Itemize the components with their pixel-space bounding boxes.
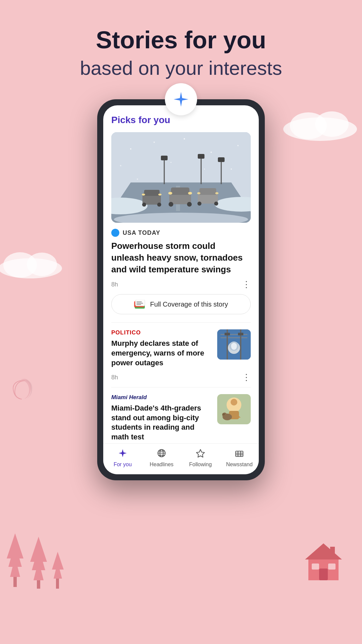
header-section: Stories for you based on your interests [80,0,282,93]
svg-point-56 [154,142,155,143]
svg-marker-93 [196,449,204,457]
phone-mockup: Picks for you [97,99,265,480]
hero-headline: Powerhouse storm could unleash heavy sno… [111,240,251,275]
following-icon [196,448,205,460]
svg-rect-9 [13,577,17,587]
svg-marker-8 [7,533,23,558]
nav-newsstand[interactable]: Newsstand [220,448,259,468]
bg-trees [0,503,70,590]
svg-point-63 [204,169,205,170]
article-row-3[interactable]: Miami Herald Miami-Dade's 4th-graders st… [111,394,251,442]
article-2-content: POLITICO Murphy declares state of emerge… [111,329,213,368]
svg-rect-94 [236,451,243,457]
svg-point-51 [197,202,201,206]
svg-point-87 [222,413,225,415]
svg-point-59 [184,138,185,140]
nav-headlines-label: Headlines [149,462,173,468]
nav-newsstand-label: Newsstand [226,462,252,468]
svg-marker-15 [52,552,64,570]
svg-rect-69 [136,303,143,304]
miami-herald-source: Miami Herald [111,394,213,401]
svg-point-48 [158,194,162,196]
nav-for-you-label: For you [114,462,132,468]
sparkle-icon [172,91,190,108]
google-news-badge [165,83,197,115]
nav-headlines[interactable]: Headlines [142,448,181,468]
svg-point-45 [142,203,146,207]
bg-moon [7,376,34,402]
svg-rect-70 [136,304,141,305]
article-2-headline: Murphy declares state of emergency, warn… [111,339,213,368]
svg-point-83 [231,399,237,406]
app-content: Picks for you [103,105,259,443]
nav-following[interactable]: Following [181,448,220,468]
svg-point-55 [130,148,131,150]
svg-rect-36 [218,157,225,162]
nav-for-you[interactable]: For you [103,448,142,468]
divider-1 [111,322,251,323]
full-coverage-label: Full Coverage of this story [150,301,228,308]
svg-marker-12 [30,537,47,562]
header-title-line1: Stories for you [80,27,282,53]
hero-source-row: USA TODAY [111,229,251,237]
divider-2 [111,387,251,387]
svg-rect-13 [37,580,40,589]
article-2-more[interactable]: ⋮ [242,373,251,382]
article-2-time: 8h [111,374,118,381]
article-3-content: Miami Herald Miami-Dade's 4th-graders st… [111,394,213,442]
svg-point-54 [215,192,219,194]
svg-point-62 [171,162,172,163]
full-coverage-button[interactable]: Full Coverage of this story [111,294,251,314]
nav-following-label: Following [189,462,212,468]
phone-screen: Picks for you [103,105,259,474]
svg-rect-16 [56,579,59,589]
svg-rect-21 [319,569,328,580]
svg-rect-32 [161,156,168,160]
svg-point-42 [188,192,192,195]
svg-rect-19 [312,564,319,570]
svg-point-58 [237,145,239,146]
article-3-headline: Miami-Dade's 4th-graders stand out among… [111,404,213,442]
article-3-image [217,394,251,424]
svg-rect-44 [144,190,160,196]
svg-point-2 [315,111,349,137]
politico-source: POLITICO [111,329,213,336]
svg-point-5 [27,253,57,276]
svg-point-64 [137,178,138,180]
newsstand-icon [235,448,244,460]
hero-article-image [111,132,251,223]
svg-point-47 [142,194,145,196]
svg-marker-18 [305,543,342,559]
svg-rect-34 [198,154,204,159]
for-you-icon [118,448,127,460]
bg-house [302,537,345,580]
svg-rect-22 [330,547,335,556]
svg-rect-78 [238,333,243,335]
hero-more-options[interactable]: ⋮ [242,280,251,289]
article-row-2[interactable]: POLITICO Murphy declares state of emerge… [111,329,251,368]
svg-point-53 [197,192,200,194]
svg-rect-50 [199,188,216,195]
bottom-navigation: For you Headlines [103,443,259,474]
bg-cloud-1 [282,111,359,141]
svg-rect-68 [136,302,142,302]
svg-point-52 [214,202,218,206]
header-title-line2: based on your interests [80,57,282,79]
svg-point-39 [169,202,173,207]
svg-rect-38 [171,187,189,195]
svg-point-61 [231,168,232,170]
svg-point-57 [210,152,212,153]
picks-for-you-title: Picks for you [111,115,251,125]
bg-cloud-2 [0,252,64,278]
article-2-image [217,329,251,360]
svg-point-40 [187,202,192,207]
article-2-meta: 8h ⋮ [111,370,251,387]
svg-rect-77 [225,333,230,335]
hero-source-name: USA TODAY [123,229,160,236]
hero-article-time: 8h [111,281,118,288]
svg-point-60 [120,165,121,166]
headlines-icon [157,448,166,460]
svg-point-41 [168,192,172,195]
svg-rect-20 [328,564,336,570]
usa-today-logo [111,229,119,237]
